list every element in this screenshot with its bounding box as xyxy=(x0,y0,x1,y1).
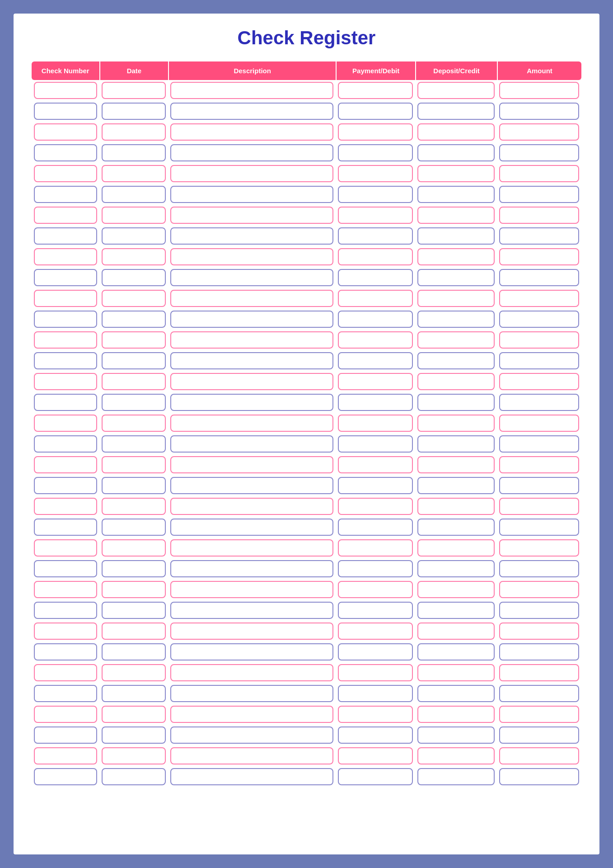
check-number-cell[interactable] xyxy=(32,766,99,787)
amount-cell[interactable] xyxy=(497,413,581,434)
check-number-cell[interactable] xyxy=(32,517,99,538)
date-cell[interactable] xyxy=(99,288,168,309)
date-cell[interactable] xyxy=(99,517,168,538)
deposit-credit-cell[interactable] xyxy=(415,745,497,766)
deposit-credit-cell[interactable] xyxy=(415,725,497,745)
date-cell[interactable] xyxy=(99,371,168,392)
payment-debit-cell[interactable] xyxy=(336,205,415,226)
amount-cell[interactable] xyxy=(497,475,581,496)
deposit-credit-cell[interactable] xyxy=(415,142,497,163)
deposit-credit-cell[interactable] xyxy=(415,163,497,184)
date-cell[interactable] xyxy=(99,309,168,330)
deposit-credit-cell[interactable] xyxy=(415,683,497,704)
description-cell[interactable] xyxy=(168,766,336,787)
description-cell[interactable] xyxy=(168,454,336,475)
description-cell[interactable] xyxy=(168,101,336,122)
deposit-credit-cell[interactable] xyxy=(415,642,497,662)
date-cell[interactable] xyxy=(99,434,168,454)
date-cell[interactable] xyxy=(99,413,168,434)
payment-debit-cell[interactable] xyxy=(336,683,415,704)
date-cell[interactable] xyxy=(99,683,168,704)
amount-cell[interactable] xyxy=(497,704,581,725)
date-cell[interactable] xyxy=(99,704,168,725)
payment-debit-cell[interactable] xyxy=(336,454,415,475)
deposit-credit-cell[interactable] xyxy=(415,475,497,496)
check-number-cell[interactable] xyxy=(32,538,99,558)
description-cell[interactable] xyxy=(168,371,336,392)
description-cell[interactable] xyxy=(168,288,336,309)
check-number-cell[interactable] xyxy=(32,205,99,226)
amount-cell[interactable] xyxy=(497,371,581,392)
deposit-credit-cell[interactable] xyxy=(415,122,497,142)
amount-cell[interactable] xyxy=(497,205,581,226)
check-number-cell[interactable] xyxy=(32,683,99,704)
date-cell[interactable] xyxy=(99,745,168,766)
check-number-cell[interactable] xyxy=(32,350,99,371)
check-number-cell[interactable] xyxy=(32,662,99,683)
check-number-cell[interactable] xyxy=(32,371,99,392)
payment-debit-cell[interactable] xyxy=(336,621,415,642)
payment-debit-cell[interactable] xyxy=(336,517,415,538)
amount-cell[interactable] xyxy=(497,267,581,288)
check-number-cell[interactable] xyxy=(32,226,99,246)
description-cell[interactable] xyxy=(168,350,336,371)
payment-debit-cell[interactable] xyxy=(336,579,415,600)
date-cell[interactable] xyxy=(99,496,168,517)
description-cell[interactable] xyxy=(168,496,336,517)
payment-debit-cell[interactable] xyxy=(336,538,415,558)
description-cell[interactable] xyxy=(168,558,336,579)
amount-cell[interactable] xyxy=(497,745,581,766)
amount-cell[interactable] xyxy=(497,350,581,371)
deposit-credit-cell[interactable] xyxy=(415,371,497,392)
payment-debit-cell[interactable] xyxy=(336,413,415,434)
deposit-credit-cell[interactable] xyxy=(415,267,497,288)
deposit-credit-cell[interactable] xyxy=(415,766,497,787)
check-number-cell[interactable] xyxy=(32,475,99,496)
payment-debit-cell[interactable] xyxy=(336,350,415,371)
deposit-credit-cell[interactable] xyxy=(415,205,497,226)
amount-cell[interactable] xyxy=(497,642,581,662)
amount-cell[interactable] xyxy=(497,683,581,704)
check-number-cell[interactable] xyxy=(32,80,99,101)
check-number-cell[interactable] xyxy=(32,642,99,662)
amount-cell[interactable] xyxy=(497,538,581,558)
payment-debit-cell[interactable] xyxy=(336,475,415,496)
check-number-cell[interactable] xyxy=(32,725,99,745)
check-number-cell[interactable] xyxy=(32,246,99,267)
deposit-credit-cell[interactable] xyxy=(415,413,497,434)
amount-cell[interactable] xyxy=(497,600,581,621)
check-number-cell[interactable] xyxy=(32,454,99,475)
description-cell[interactable] xyxy=(168,205,336,226)
date-cell[interactable] xyxy=(99,579,168,600)
date-cell[interactable] xyxy=(99,725,168,745)
deposit-credit-cell[interactable] xyxy=(415,226,497,246)
date-cell[interactable] xyxy=(99,330,168,350)
description-cell[interactable] xyxy=(168,517,336,538)
amount-cell[interactable] xyxy=(497,330,581,350)
deposit-credit-cell[interactable] xyxy=(415,704,497,725)
payment-debit-cell[interactable] xyxy=(336,288,415,309)
payment-debit-cell[interactable] xyxy=(336,142,415,163)
deposit-credit-cell[interactable] xyxy=(415,392,497,413)
payment-debit-cell[interactable] xyxy=(336,745,415,766)
check-number-cell[interactable] xyxy=(32,101,99,122)
description-cell[interactable] xyxy=(168,309,336,330)
date-cell[interactable] xyxy=(99,642,168,662)
date-cell[interactable] xyxy=(99,766,168,787)
amount-cell[interactable] xyxy=(497,142,581,163)
date-cell[interactable] xyxy=(99,350,168,371)
amount-cell[interactable] xyxy=(497,392,581,413)
amount-cell[interactable] xyxy=(497,309,581,330)
amount-cell[interactable] xyxy=(497,517,581,538)
date-cell[interactable] xyxy=(99,475,168,496)
payment-debit-cell[interactable] xyxy=(336,642,415,662)
payment-debit-cell[interactable] xyxy=(336,496,415,517)
deposit-credit-cell[interactable] xyxy=(415,101,497,122)
description-cell[interactable] xyxy=(168,704,336,725)
payment-debit-cell[interactable] xyxy=(336,226,415,246)
amount-cell[interactable] xyxy=(497,288,581,309)
check-number-cell[interactable] xyxy=(32,330,99,350)
check-number-cell[interactable] xyxy=(32,621,99,642)
amount-cell[interactable] xyxy=(497,621,581,642)
amount-cell[interactable] xyxy=(497,163,581,184)
